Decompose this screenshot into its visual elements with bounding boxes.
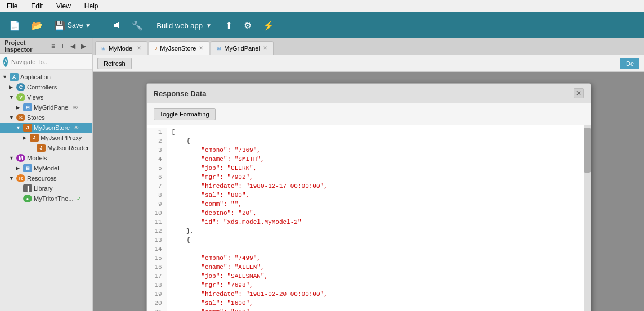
tree-item-controllers[interactable]: ▶ C Controllers	[0, 82, 92, 92]
tree-item-models[interactable]: ▼ M Models	[0, 153, 92, 163]
navigate-bar: A	[0, 54, 92, 70]
resources-icon: R	[16, 174, 25, 182]
save-button[interactable]: 💾 Save ▼	[51, 18, 94, 33]
de-button[interactable]: De	[620, 58, 639, 69]
myjsonpproxy-label: MyJsonPProxy	[41, 134, 82, 141]
myjsonstore-eye-icon: 👁	[74, 125, 79, 131]
tree-item-mymodel[interactable]: ▶ ⊞ MyModel	[0, 163, 92, 173]
myjsonpproxy-icon: J	[30, 134, 39, 142]
library-label: Library	[34, 185, 53, 192]
tree-item-views[interactable]: ▼ V Views	[0, 92, 92, 102]
modal-overlay: Response Data ✕ Toggle Formatting 1 [	[93, 72, 644, 311]
new-file-icon: 📄	[9, 20, 20, 31]
modal-toolbar: Toggle Formatting	[147, 103, 591, 125]
tab-mygridpanel-icon: ⊞	[217, 46, 221, 51]
modal-close-button[interactable]: ✕	[574, 88, 584, 98]
mytritonthe-check-icon: ✓	[77, 196, 81, 202]
tab-bar: ⊞ MyModel ✕ J MyJsonStore ✕ ⊞ MyGridPane…	[93, 38, 644, 55]
separator-1	[101, 17, 101, 33]
mymodel-icon: ⊞	[23, 164, 32, 172]
expand-arrow-resources: ▼	[9, 175, 15, 181]
desktop-button[interactable]: 🖥	[108, 18, 124, 33]
pi-collapse-button[interactable]: ≡	[50, 41, 57, 51]
mygridpanel-label: MyGridPanel	[34, 104, 70, 111]
tree-item-application[interactable]: ▼ A Application	[0, 72, 92, 82]
tree-item-library[interactable]: ▶ ▐ Library	[0, 183, 92, 193]
refresh-button[interactable]: Refresh	[97, 58, 132, 69]
mygridpanel-icon: ⊞	[23, 103, 32, 111]
myjsonstore-label: MyJsonStore	[34, 124, 70, 131]
build-dropdown-arrow: ▼	[206, 22, 212, 29]
navigate-input[interactable]	[11, 58, 89, 65]
code-line-11: 11 "id": "xds.model.MyModel-2"	[147, 218, 584, 227]
tab-myjsonstore-icon: J	[155, 46, 158, 51]
pi-add-button[interactable]: +	[59, 41, 66, 51]
modal-title: Response Data	[154, 89, 207, 98]
code-line-13: 13 {	[147, 236, 584, 245]
expand-arrow-myjsonpproxy: ▶	[23, 135, 28, 141]
tab-mymodel-icon: ⊞	[101, 46, 106, 51]
tree-item-myjsonstore[interactable]: ▼ J MyJsonStore 👁	[0, 123, 92, 133]
tab-mygridpanel-close[interactable]: ✕	[263, 45, 267, 51]
controllers-icon: C	[16, 83, 25, 91]
upload-button[interactable]: ⬆	[222, 18, 236, 33]
settings-button[interactable]: 🔧	[128, 18, 146, 33]
toggle-formatting-button[interactable]: Toggle Formatting	[154, 108, 216, 120]
upload-icon: ⬆	[225, 20, 232, 31]
mygridpanel-eye-icon: 👁	[73, 105, 78, 111]
application-icon: A	[10, 73, 19, 81]
save-icon: 💾	[54, 20, 65, 31]
expand-arrow-controllers: ▶	[9, 84, 15, 90]
code-line-1: 1 [	[147, 128, 584, 137]
build-label: Build web app	[156, 21, 203, 30]
expand-arrow-views: ▼	[9, 94, 15, 100]
views-icon: V	[16, 93, 25, 101]
tree-area: ▼ A Application ▶ C Controllers ▼ V View…	[0, 70, 92, 311]
tree-item-mygridpanel[interactable]: ▶ ⊞ MyGridPanel 👁	[0, 102, 92, 112]
tab-myjsonstore[interactable]: J MyJsonStore ✕	[149, 41, 210, 55]
expand-arrow-application: ▼	[2, 74, 8, 80]
tab-mymodel[interactable]: ⊞ MyModel ✕	[95, 41, 147, 55]
modal-header: Response Data ✕	[147, 84, 591, 103]
open-button[interactable]: 📂	[28, 18, 46, 33]
myjsonreader-label: MyJsonReader	[47, 145, 89, 151]
code-line-7: 7 "hiredate": "1980-12-17 00:00:00",	[147, 182, 584, 191]
code-line-20: 20 "sal": "1600",	[147, 299, 584, 308]
myjsonstore-icon: J	[23, 124, 32, 132]
navigate-icon-btn[interactable]: A	[3, 57, 8, 67]
code-area[interactable]: 1 [ 2 { 3 "empno": "7369",	[147, 125, 584, 311]
tab-myjsonstore-label: MyJsonStore	[160, 45, 196, 52]
scrollbar[interactable]	[584, 125, 591, 311]
tree-item-mytritonthe[interactable]: ▶ ● MyTritonThe... ✓	[0, 193, 92, 204]
lightning-button[interactable]: ⚡	[260, 18, 278, 33]
tree-item-stores[interactable]: ▼ S Stores	[0, 112, 92, 123]
menu-file[interactable]: File	[5, 1, 20, 11]
tab-mymodel-close[interactable]: ✕	[137, 45, 141, 51]
code-line-18: 18 "mgr": "7698",	[147, 281, 584, 290]
code-line-5: 5 "job": "CLERK",	[147, 164, 584, 173]
menu-view[interactable]: View	[54, 1, 73, 11]
expand-arrow-myjsonstore: ▼	[16, 125, 21, 130]
resources-label: Resources	[27, 175, 57, 182]
tree-item-myjsonreader[interactable]: ▶ J MyJsonReader	[0, 143, 92, 153]
pi-forward-button[interactable]: ▶	[79, 41, 88, 51]
menu-edit[interactable]: Edit	[29, 1, 45, 11]
pi-back-button[interactable]: ◀	[69, 41, 77, 51]
new-file-button[interactable]: 📄	[6, 18, 24, 33]
build-button[interactable]: Build web app ▼	[151, 18, 217, 33]
code-line-8: 8 "sal": "800",	[147, 191, 584, 200]
gear-button[interactable]: ⚙	[240, 18, 255, 33]
tab-mygridpanel[interactable]: ⊞ MyGridPanel ✕	[211, 41, 274, 55]
code-line-3: 3 "empno": "7369",	[147, 146, 584, 155]
tree-item-resources[interactable]: ▼ R Resources	[0, 173, 92, 183]
library-icon: ▐	[23, 184, 32, 192]
save-label: Save	[68, 21, 83, 29]
controllers-label: Controllers	[27, 84, 57, 91]
expand-arrow-models: ▼	[9, 155, 15, 161]
models-icon: M	[16, 154, 25, 162]
content-area: Response Data ✕ Toggle Formatting 1 [	[93, 72, 644, 311]
code-line-16: 16 "ename": "ALLEN",	[147, 263, 584, 272]
tab-myjsonstore-close[interactable]: ✕	[199, 45, 203, 51]
tree-item-myjsonpproxy[interactable]: ▶ J MyJsonPProxy	[0, 133, 92, 143]
menu-help[interactable]: Help	[82, 1, 101, 11]
